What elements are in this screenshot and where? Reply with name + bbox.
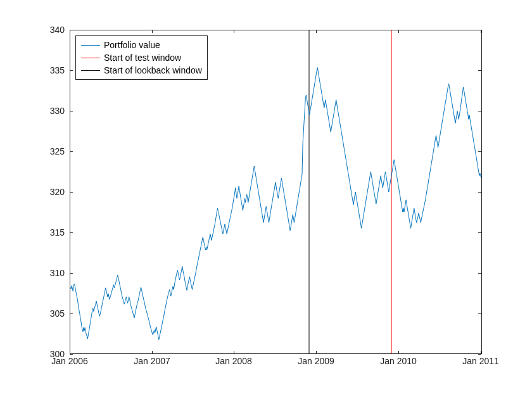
tick-mark <box>70 192 73 193</box>
tick-mark <box>481 351 481 354</box>
y-tick-label: 305 <box>27 308 65 319</box>
tick-mark <box>478 151 481 152</box>
legend-label: Portfolio value <box>104 40 160 50</box>
tick-mark <box>70 273 73 274</box>
x-tick-label: Jan 2007 <box>134 356 170 366</box>
tick-mark <box>316 351 317 354</box>
tick-mark <box>70 232 73 233</box>
tick-mark <box>478 192 481 193</box>
tick-mark <box>152 30 153 33</box>
legend: Portfolio value Start of test window Sta… <box>75 35 208 80</box>
y-tick-label: 330 <box>27 106 65 116</box>
y-tick-label: 340 <box>27 25 65 35</box>
x-tick-label: Jan 2006 <box>51 356 88 366</box>
legend-entry: Start of test window <box>81 51 202 64</box>
tick-mark <box>70 151 73 152</box>
legend-swatch <box>81 58 100 58</box>
x-tick-label: Jan 2009 <box>298 356 334 366</box>
y-tick-label: 320 <box>27 187 65 197</box>
tick-mark <box>70 354 73 355</box>
x-tick-label: Jan 2011 <box>462 356 499 366</box>
tick-mark <box>478 314 481 314</box>
tick-mark <box>478 70 481 71</box>
tick-mark <box>70 111 73 111</box>
tick-mark <box>70 30 70 33</box>
tick-mark <box>70 70 73 71</box>
legend-label: Start of lookback window <box>104 65 202 75</box>
y-tick-label: 325 <box>27 146 65 156</box>
tick-mark <box>481 30 481 33</box>
x-tick-label: Jan 2010 <box>380 356 417 366</box>
tick-mark <box>70 314 73 314</box>
x-tick-label: Jan 2008 <box>215 356 252 366</box>
legend-swatch <box>81 45 100 46</box>
portfolio-line <box>70 68 481 340</box>
y-tick-label: 310 <box>27 268 65 278</box>
legend-label: Start of test window <box>104 53 181 63</box>
tick-mark <box>478 232 481 233</box>
tick-mark <box>234 30 234 33</box>
tick-mark <box>478 354 481 355</box>
legend-swatch <box>81 70 100 71</box>
tick-mark <box>398 30 399 33</box>
legend-entry: Start of lookback window <box>81 64 202 77</box>
tick-mark <box>478 273 481 274</box>
tick-mark <box>152 351 153 354</box>
y-tick-label: 315 <box>27 227 65 238</box>
tick-mark <box>234 351 234 354</box>
tick-mark <box>70 351 70 354</box>
y-tick-label: 335 <box>27 65 65 75</box>
tick-mark <box>478 111 481 111</box>
tick-mark <box>316 30 317 33</box>
legend-entry: Portfolio value <box>81 39 202 51</box>
tick-mark <box>398 351 399 354</box>
